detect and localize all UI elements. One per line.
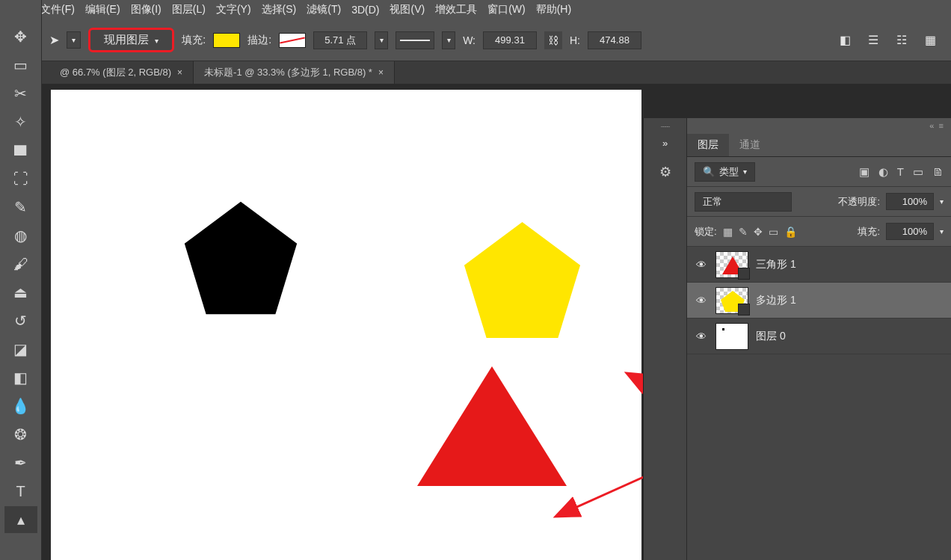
gradient-tool[interactable]: ◧ (4, 364, 37, 391)
lock-artboard-icon[interactable]: ▭ (769, 226, 778, 238)
menu-window[interactable]: 窗口(W) (483, 1, 530, 18)
layer-name[interactable]: 多边形 1 (756, 294, 796, 307)
filter-kind-label: 类型 (719, 165, 739, 179)
fill-label: 填充: (182, 34, 206, 47)
filter-adjust-icon[interactable]: ◐ (878, 165, 888, 179)
type-tool[interactable]: T (4, 478, 37, 505)
visibility-icon[interactable]: 👁 (695, 330, 708, 342)
dock-collapse-icon[interactable]: » (662, 138, 668, 149)
panel-menu-icon[interactable]: ≡ (939, 121, 944, 130)
tool-preset-dropdown[interactable]: ▾ (67, 31, 81, 49)
fill-swatch[interactable] (213, 33, 240, 48)
vector-mask-badge[interactable] (738, 304, 750, 316)
link-wh-icon[interactable]: ⛓ (544, 31, 562, 49)
align-edges-icon[interactable]: ◧ (837, 33, 852, 48)
opacity-arrow[interactable]: ▾ (940, 197, 944, 206)
layer-row-polygon[interactable]: 👁 多边形 1 (687, 283, 951, 319)
frame-tool[interactable]: ⛶ (4, 165, 37, 192)
path-options-icon[interactable]: ▦ (923, 33, 938, 48)
menu-view[interactable]: 视图(V) (385, 1, 429, 18)
wand-tool[interactable]: ✧ (4, 108, 37, 135)
fill-opacity-arrow[interactable]: ▾ (940, 227, 944, 236)
menu-layer[interactable]: 图层(L) (167, 1, 210, 18)
blend-mode-label: 正常 (703, 196, 722, 207)
panel-collapse-icon[interactable]: « (929, 121, 934, 130)
menu-filter[interactable]: 滤镜(T) (302, 1, 345, 18)
tab-layers[interactable]: 图层 (687, 134, 729, 156)
menu-edit[interactable]: 编辑(E) (81, 1, 125, 18)
h-field[interactable]: 474.88 (588, 31, 641, 49)
filter-shape-icon[interactable]: ▭ (913, 165, 923, 179)
doc-tab-2[interactable]: 未标题-1 @ 33.3% (多边形 1, RGB/8) * × (194, 61, 395, 84)
doc-tab-1[interactable]: @ 66.7% (图层 2, RGB/8) × (49, 61, 194, 84)
heal-tool[interactable]: ◍ (4, 222, 37, 249)
filter-kind-dropdown[interactable]: 🔍 类型 ▾ (695, 162, 755, 182)
path-select-tool[interactable]: ▴ (4, 506, 37, 533)
menu-select[interactable]: 选择(S) (257, 1, 301, 18)
lock-pixels-icon[interactable]: ▦ (723, 226, 733, 238)
layer-thumb[interactable] (715, 323, 748, 350)
fill-opacity-field[interactable]: 100% (886, 223, 934, 240)
eyedropper-tool[interactable]: ✎ (4, 194, 37, 221)
filter-type-icon[interactable]: T (897, 165, 904, 179)
toolbox: ✥ ▭ ✂ ✧ ⯀ ⛶ ✎ ◍ 🖌 ⏏ ↺ ◪ ◧ 💧 ❂ ✒ T ▴ (0, 0, 42, 560)
svg-marker-2 (417, 366, 567, 486)
crop-tool[interactable]: ⯀ (4, 137, 37, 164)
sponge-tool[interactable]: ❂ (4, 421, 37, 448)
dock-grip[interactable]: ┈┈ (661, 123, 670, 138)
menu-help[interactable]: 帮助(H) (532, 1, 576, 18)
visibility-icon[interactable]: 👁 (695, 259, 708, 271)
close-icon[interactable]: × (177, 67, 182, 78)
arrow-tool-icon[interactable]: ➤ (49, 33, 59, 47)
close-icon[interactable]: × (378, 67, 384, 78)
layer-name[interactable]: 图层 0 (756, 330, 786, 343)
lock-position-icon[interactable]: ✥ (754, 226, 763, 238)
blend-row: 正常 不透明度: 100% ▾ (687, 187, 951, 217)
lock-brush-icon[interactable]: ✎ (739, 226, 748, 238)
layer-name[interactable]: 三角形 1 (756, 258, 796, 271)
menu-image[interactable]: 图像(I) (126, 1, 166, 18)
history-brush-tool[interactable]: ↺ (4, 307, 37, 334)
blend-mode-dropdown[interactable]: 正常 (695, 192, 792, 212)
brush-tool[interactable]: 🖌 (4, 250, 37, 277)
stamp-tool[interactable]: ⏏ (4, 279, 37, 306)
stroke-style-dropdown[interactable] (396, 31, 434, 49)
filter-pixel-icon[interactable]: ▣ (859, 165, 870, 179)
doc-tab-1-title: @ 66.7% (图层 2, RGB/8) (60, 66, 171, 79)
eraser-tool[interactable]: ◪ (4, 336, 37, 363)
shape-triangle-red[interactable] (413, 366, 570, 486)
stroke-width-dropdown[interactable]: ▾ (375, 31, 388, 49)
w-field[interactable]: 499.31 (483, 31, 537, 49)
layer-row-background[interactable]: 👁 图层 0 (687, 319, 951, 354)
move-tool[interactable]: ✥ (4, 23, 37, 50)
shape-pentagon-black[interactable] (181, 198, 301, 318)
stroke-style-arrow[interactable]: ▾ (442, 31, 455, 49)
shape-pentagon-yellow[interactable] (461, 218, 584, 342)
canvas[interactable] (51, 90, 641, 560)
menu-3d[interactable]: 3D(D) (347, 2, 384, 17)
filter-smart-icon[interactable]: 🗎 (932, 165, 944, 179)
svg-marker-0 (185, 202, 297, 314)
select-mode-dropdown[interactable]: 现用图层 ▾ (88, 28, 174, 52)
opacity-field[interactable]: 100% (886, 193, 934, 210)
menu-type[interactable]: 文字(Y) (212, 1, 256, 18)
lasso-tool[interactable]: ✂ (4, 80, 37, 107)
marquee-tool[interactable]: ▭ (4, 52, 37, 79)
fill-opacity-label: 填充: (858, 225, 880, 239)
stroke-width-field[interactable]: 5.71 点 (313, 31, 367, 49)
menu-file[interactable]: 文件(F) (36, 1, 79, 18)
properties-panel-icon[interactable]: ⚙ (659, 164, 671, 180)
tab-channels[interactable]: 通道 (729, 134, 771, 156)
path-arrange-icon[interactable]: ☷ (894, 33, 909, 48)
path-align-icon[interactable]: ☰ (866, 33, 881, 48)
layer-row-triangle[interactable]: 👁 三角形 1 (687, 247, 951, 283)
blur-tool[interactable]: 💧 (4, 393, 37, 419)
stroke-label: 描边: (247, 34, 271, 47)
pen-tool[interactable]: ✒ (4, 449, 37, 476)
lock-all-icon[interactable]: 🔒 (784, 226, 797, 238)
vector-mask-badge[interactable] (738, 268, 750, 280)
menu-plugins[interactable]: 增效工具 (431, 1, 481, 18)
stroke-swatch[interactable] (279, 33, 306, 48)
document-tabs: @ 66.7% (图层 2, RGB/8) × 未标题-1 @ 33.3% (多… (0, 61, 951, 84)
visibility-icon[interactable]: 👁 (695, 295, 708, 307)
